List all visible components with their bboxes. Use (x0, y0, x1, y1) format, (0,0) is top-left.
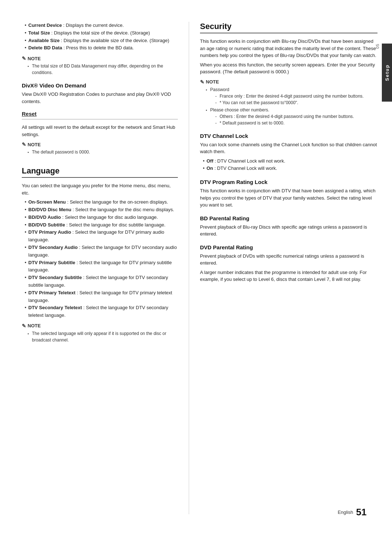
note-2: ✎ NOTE The default password is 0000. (22, 142, 178, 155)
language-bullet-list: On-Screen Menu : Select the language for… (22, 199, 178, 319)
side-tab-label: Setup (384, 64, 390, 81)
security-text-1: This function works in conjunction with … (200, 38, 377, 59)
lang-bullet-2: BD/DVD Audio : Select the language for d… (25, 214, 178, 221)
lang-bullet-9: DTV Secondary Teletext : Select the lang… (25, 304, 178, 319)
lang-bullet-5: DTV Secondary Audio : Select the languag… (25, 244, 178, 259)
language-title: Language (22, 166, 178, 178)
note-3-label: ✎ NOTE (22, 323, 178, 329)
note-3-item-1: The selected language will only appear i… (28, 330, 178, 343)
note-3-list: The selected language will only appear i… (22, 330, 178, 343)
security-text-2: When you access this function, the secur… (200, 61, 377, 75)
others-default: * Default password is set to 0000. (215, 120, 377, 126)
security-note-list: Password France only : Enter the desired… (200, 86, 377, 126)
lang-bullet-7: DTV Secondary Subtitle : Select the lang… (25, 274, 178, 289)
top-bullet-list: Current Device : Displays the current de… (22, 22, 178, 52)
security-note: ✎ NOTE Password France only : Enter the … (200, 79, 377, 126)
language-intro: You can select the language you prefer f… (22, 182, 178, 196)
right-column: Security This function works in conjunct… (189, 22, 377, 514)
page-footer: English 51 (338, 507, 367, 518)
dtv-channel-lock-title: DTV Channel Lock (200, 133, 377, 139)
dtv-off: Off : DTV Channel Lock will not work. (203, 157, 377, 165)
password-no-zero: * You can not set the password to"0000". (215, 99, 377, 106)
security-title: Security (200, 22, 377, 33)
security-note-others: Please choose other numbers. Others : En… (206, 107, 377, 126)
lang-bullet-4: DTV Primary Audio : Select the language … (25, 229, 178, 244)
pencil-icon-4: ✎ (200, 79, 204, 85)
bullet-total-size: Total Size : Displays the total size of … (25, 29, 178, 37)
note-3: ✎ NOTE The selected language will only a… (22, 323, 178, 343)
others-sub-list: Others : Enter the desired 4-digit passw… (210, 113, 377, 126)
note-2-item-1: The default password is 0000. (28, 149, 178, 155)
bullet-current-device: Current Device : Displays the current de… (25, 22, 178, 29)
dtv-program-text: This function works in conjunction with … (200, 187, 377, 209)
lang-bullet-0: On-Screen Menu : Select the language for… (25, 199, 178, 206)
bullet-delete-bd: Delete BD Data : Press this to delete th… (25, 44, 178, 52)
divx-text: View DivX® VOD Registration Codes to pur… (22, 91, 178, 105)
dtv-channel-lock-list: Off : DTV Channel Lock will not work. On… (200, 157, 377, 173)
dvd-parental-text-2: A larger number indicates that the progr… (200, 269, 377, 283)
note-1-label: ✎ NOTE (22, 56, 178, 61)
lang-bullet-8: DTV Primary Teletext : Select the langua… (25, 289, 178, 304)
reset-text: All settings will revert to the default … (22, 124, 178, 138)
security-note-label: ✎ NOTE (200, 79, 377, 85)
divx-title: DivX® Video On Demand (22, 82, 178, 89)
chapter-number: 05 (375, 44, 380, 49)
dtv-program-title: DTV Program Rating Lock (200, 179, 377, 185)
reset-title: Reset (22, 111, 178, 117)
lang-bullet-1: BD/DVD Disc Menu : Select the language f… (25, 206, 178, 214)
bullet-available-size: Available Size : Displays the available … (25, 37, 178, 45)
page-lang: English (338, 510, 353, 515)
pencil-icon-2: ✎ (22, 142, 26, 147)
lang-bullet-6: DTV Primary Subtitle : Select the langua… (25, 259, 178, 274)
security-note-password: Password France only : Enter the desired… (206, 86, 377, 106)
lang-bullet-3: BD/DVD Subtitle : Select the language fo… (25, 221, 178, 229)
note-1-item-1: The total size of BD Data Management may… (28, 63, 178, 76)
dvd-parental-text-1: Prevent playback of DVDs with specific n… (200, 253, 377, 267)
others-enter: Others : Enter the desired 4-digit passw… (215, 113, 377, 120)
note-2-label: ✎ NOTE (22, 142, 178, 147)
bd-parental-title: BD Parental Rating (200, 215, 377, 221)
note-2-list: The default password is 0000. (22, 149, 178, 155)
note-1-list: The total size of BD Data Management may… (22, 63, 178, 76)
reset-divider (22, 119, 178, 119)
dtv-on: On : DTV Channel Lock will work. (203, 165, 377, 172)
page-number: 51 (356, 507, 367, 518)
page-container: Current Device : Displays the current de… (0, 0, 392, 536)
note-1: ✎ NOTE The total size of BD Data Managem… (22, 56, 178, 76)
left-column: Current Device : Displays the current de… (22, 22, 189, 514)
password-france: France only : Enter the desired 4-digit … (215, 93, 377, 99)
password-sub-list: France only : Enter the desired 4-digit … (210, 93, 377, 106)
pencil-icon-1: ✎ (22, 56, 26, 61)
bd-parental-text: Prevent playback of Blu-ray Discs with s… (200, 224, 377, 238)
dtv-channel-lock-text: You can lock some channels using the Cha… (200, 141, 377, 155)
dvd-parental-title: DVD Parental Rating (200, 244, 377, 250)
pencil-icon-3: ✎ (22, 323, 26, 329)
side-tab: Setup (382, 44, 392, 102)
